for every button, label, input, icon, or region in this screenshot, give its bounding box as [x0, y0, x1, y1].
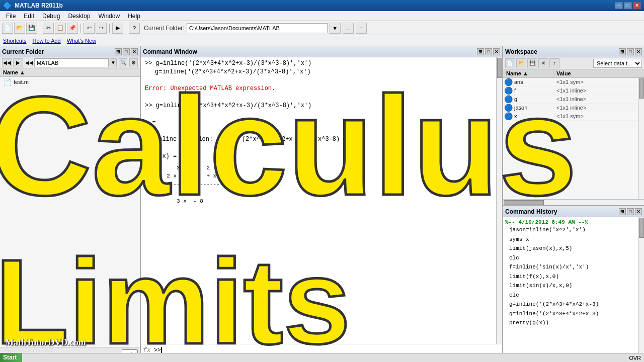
workspace-panel: Workspace ⊞ □ ✕ 📄 📂 💾 ✕ ↑ Select data t.… — [503, 46, 644, 206]
browse-arrow-button[interactable]: … — [343, 23, 354, 34]
command-output[interactable]: >> g=inline('(2*x^3+4*x^2+x-3)/(3*x^3-8)… — [141, 57, 496, 344]
folder-path-input[interactable] — [187, 23, 328, 33]
how-to-add-link[interactable]: How to Add — [32, 38, 60, 44]
status-right: OVR — [629, 355, 641, 361]
ch-maximize[interactable]: □ — [627, 208, 634, 215]
paste-button[interactable]: 📌 — [67, 23, 78, 34]
ws-row-jason[interactable]: 🔵 jason <1x1 inline> — [503, 104, 638, 112]
ws-open-variable[interactable]: 📂 — [516, 58, 526, 68]
ws-close[interactable]: ✕ — [635, 48, 642, 55]
cmd-maximize[interactable]: □ — [485, 48, 492, 55]
ws-new-variable[interactable]: 📄 — [505, 58, 515, 68]
cut-button[interactable]: ✂ — [43, 23, 54, 34]
search-button[interactable]: 🔍 — [119, 58, 127, 67]
folder-dropdown[interactable]: ▼ — [110, 58, 117, 67]
close-button[interactable]: ✕ — [633, 2, 641, 9]
ws-row-ans[interactable]: 🔵 ans <1x1 sym> — [503, 78, 638, 86]
folder-back-button[interactable]: ◀◀ — [2, 58, 12, 67]
list-item[interactable]: clc — [505, 253, 636, 263]
ws-icon-x: 🔵 — [503, 112, 513, 120]
workspace-variable-list: 🔵 ans <1x1 sym> 🔵 f <1x1 inline> 🔵 g <1x… — [503, 78, 638, 199]
cmd-scrollbar[interactable] — [496, 57, 502, 344]
list-item[interactable]: clc — [505, 291, 636, 300]
ws-value-header: Value — [553, 69, 644, 77]
app-title: MATLAB R2011b — [15, 2, 615, 9]
shortcuts-link[interactable]: Shortcuts — [3, 38, 26, 44]
list-item[interactable]: limit(jason(x),x,5) — [505, 244, 636, 253]
ws-val-f: <1x1 inline> — [553, 86, 638, 95]
menu-help[interactable]: Help — [124, 12, 144, 21]
ws-icon-g: 🔵 — [503, 95, 513, 103]
cmd-line-6: >> g=inline('(2*x^3+4*x^2+x-3)/(3*x^3-8)… — [145, 102, 492, 110]
ch-scroll-thumb[interactable] — [639, 218, 644, 238]
maximize-button[interactable]: □ — [624, 2, 632, 9]
cmd-undock[interactable]: ⊞ — [477, 48, 484, 55]
ws-delete-variable[interactable]: ✕ — [538, 58, 548, 68]
list-item[interactable]: 📄 test.m — [0, 77, 140, 87]
cmd-scroll-thumb[interactable] — [497, 58, 502, 78]
list-item[interactable]: g=inline('(2*x^3+4*x^2+x-3) — [505, 300, 636, 309]
folder-bar: Current Folder: ▼ … ↑ — [144, 23, 367, 34]
help-button[interactable]: ? — [129, 23, 140, 34]
title-bar: 🔷 MATLAB R2011b ─ □ ✕ — [0, 0, 644, 11]
folder-name-input[interactable] — [34, 58, 109, 67]
ws-row-f[interactable]: 🔵 f <1x1 inline> — [503, 86, 638, 95]
ws-val-g: <1x1 inline> — [553, 95, 638, 103]
left-panel-undock[interactable]: ⊞ — [115, 48, 122, 55]
debug-run-button[interactable]: ▶ — [112, 23, 123, 34]
cmd-pretty-line: 3 2 2 x + 4 x + x - 3 ------------------… — [160, 164, 492, 206]
browse-button[interactable]: ▼ — [330, 23, 341, 34]
list-item[interactable]: g=inline('(2*x^3+4*x^2+x-3) — [505, 309, 636, 319]
cmd-close[interactable]: ✕ — [493, 48, 500, 55]
start-button[interactable]: Start — [0, 353, 22, 362]
list-item[interactable]: f=inline('sin(x)/x','x') — [505, 262, 636, 272]
ws-horiz-thumb[interactable] — [504, 200, 544, 205]
ws-val-ans: <1x1 sym> — [553, 78, 638, 86]
left-panel-maximize[interactable]: □ — [123, 48, 130, 55]
file-list-header: Name ▲ — [0, 68, 140, 77]
left-panel-close[interactable]: ✕ — [131, 48, 138, 55]
ws-horiz-scroll[interactable] — [503, 199, 644, 205]
right-panel: Workspace ⊞ □ ✕ 📄 📂 💾 ✕ ↑ Select data t.… — [503, 46, 644, 362]
ws-name-header: Name ▲ — [503, 69, 553, 77]
ws-scroll-thumb[interactable] — [639, 78, 644, 99]
whats-new-link[interactable]: What's New — [67, 38, 96, 44]
list-item[interactable]: jason=inline('x^2','x') — [505, 225, 636, 235]
list-item[interactable]: syms x — [505, 235, 636, 244]
redo-button[interactable]: ↪ — [96, 23, 107, 34]
ch-scrollbar[interactable] — [638, 217, 644, 356]
folder-up-button[interactable]: ↑ — [356, 23, 367, 34]
ch-close[interactable]: ✕ — [635, 208, 642, 215]
list-item[interactable]: pretty(g(x)) — [505, 318, 636, 328]
folder-settings-button[interactable]: ⚙ — [129, 58, 138, 67]
open-button[interactable]: 📂 — [14, 23, 25, 34]
folder-forward-button[interactable]: ▶ — [13, 58, 23, 67]
command-window-header: Command Window ⊞ □ ✕ — [141, 46, 502, 57]
list-item[interactable]: limit(f(x),x,0) — [505, 272, 636, 282]
ws-row-g[interactable]: 🔵 g <1x1 inline> — [503, 95, 638, 104]
menu-debug[interactable]: Debug — [38, 12, 64, 21]
ws-scrollbar[interactable] — [638, 78, 644, 199]
ws-save-variable[interactable]: 💾 — [527, 58, 537, 68]
save-button[interactable]: 💾 — [26, 23, 37, 34]
ws-select-data[interactable]: Select data t... — [593, 59, 642, 68]
copy-button[interactable]: 📋 — [55, 23, 66, 34]
new-file-button[interactable]: 📄 — [2, 23, 13, 34]
file-icon: 📄 — [3, 78, 12, 86]
ws-row-x[interactable]: 🔵 x <1x1 sym> — [503, 112, 638, 121]
cmd-line-2: g=inline('(2*x^3+4*x^2+x-3)/(3*x^3-8)','… — [145, 68, 492, 76]
minimize-button[interactable]: ─ — [615, 2, 623, 9]
ws-name-g: g — [513, 95, 553, 103]
ws-undock[interactable]: ⊞ — [619, 48, 626, 55]
shortcuts-bar: Shortcuts How to Add What's New — [0, 35, 644, 46]
ws-maximize[interactable]: □ — [627, 48, 634, 55]
menu-file[interactable]: File — [2, 12, 20, 21]
undo-button[interactable]: ↩ — [84, 23, 95, 34]
menu-edit[interactable]: Edit — [20, 12, 38, 21]
ws-up-button[interactable]: ↑ — [549, 58, 559, 68]
menu-desktop[interactable]: Desktop — [64, 12, 94, 21]
menu-window[interactable]: Window — [94, 12, 124, 21]
folder-label: Current Folder: — [144, 25, 185, 32]
ch-undock[interactable]: ⊞ — [619, 208, 626, 215]
list-item[interactable]: limit(sin(x)/x,x,0) — [505, 281, 636, 291]
